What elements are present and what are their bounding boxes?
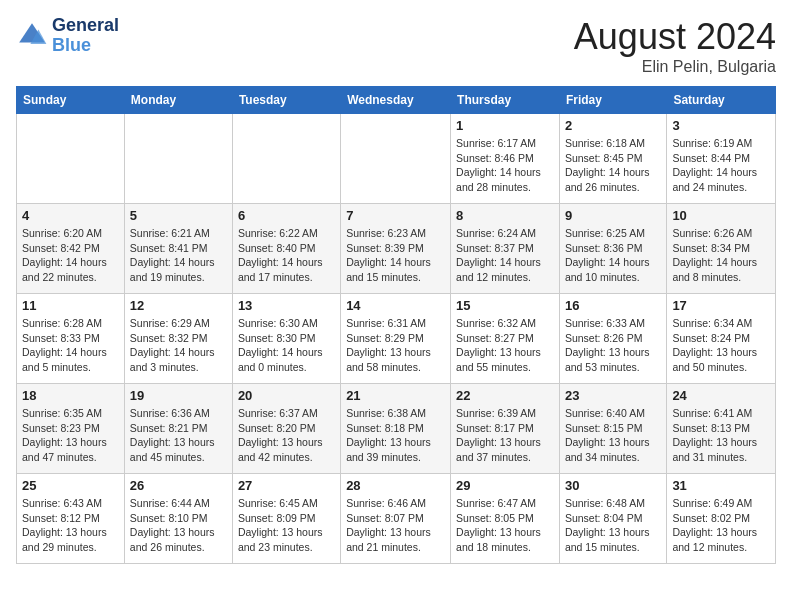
day-detail: Sunrise: 6:17 AM Sunset: 8:46 PM Dayligh…	[456, 136, 554, 195]
day-number: 2	[565, 118, 661, 133]
calendar-cell: 9Sunrise: 6:25 AM Sunset: 8:36 PM Daylig…	[559, 204, 666, 294]
day-detail: Sunrise: 6:19 AM Sunset: 8:44 PM Dayligh…	[672, 136, 770, 195]
logo: General Blue	[16, 16, 119, 56]
day-number: 29	[456, 478, 554, 493]
day-detail: Sunrise: 6:18 AM Sunset: 8:45 PM Dayligh…	[565, 136, 661, 195]
day-number: 13	[238, 298, 335, 313]
day-detail: Sunrise: 6:37 AM Sunset: 8:20 PM Dayligh…	[238, 406, 335, 465]
calendar-cell: 11Sunrise: 6:28 AM Sunset: 8:33 PM Dayli…	[17, 294, 125, 384]
day-number: 14	[346, 298, 445, 313]
day-detail: Sunrise: 6:47 AM Sunset: 8:05 PM Dayligh…	[456, 496, 554, 555]
calendar-cell: 21Sunrise: 6:38 AM Sunset: 8:18 PM Dayli…	[341, 384, 451, 474]
day-detail: Sunrise: 6:48 AM Sunset: 8:04 PM Dayligh…	[565, 496, 661, 555]
day-detail: Sunrise: 6:28 AM Sunset: 8:33 PM Dayligh…	[22, 316, 119, 375]
calendar-body: 1Sunrise: 6:17 AM Sunset: 8:46 PM Daylig…	[17, 114, 776, 564]
calendar-cell: 13Sunrise: 6:30 AM Sunset: 8:30 PM Dayli…	[232, 294, 340, 384]
day-number: 4	[22, 208, 119, 223]
day-number: 7	[346, 208, 445, 223]
day-detail: Sunrise: 6:49 AM Sunset: 8:02 PM Dayligh…	[672, 496, 770, 555]
day-number: 9	[565, 208, 661, 223]
day-detail: Sunrise: 6:20 AM Sunset: 8:42 PM Dayligh…	[22, 226, 119, 285]
calendar-cell: 25Sunrise: 6:43 AM Sunset: 8:12 PM Dayli…	[17, 474, 125, 564]
page-header: General Blue August 2024 Elin Pelin, Bul…	[16, 16, 776, 76]
calendar-week-row: 25Sunrise: 6:43 AM Sunset: 8:12 PM Dayli…	[17, 474, 776, 564]
title-block: August 2024 Elin Pelin, Bulgaria	[574, 16, 776, 76]
day-number: 31	[672, 478, 770, 493]
day-detail: Sunrise: 6:41 AM Sunset: 8:13 PM Dayligh…	[672, 406, 770, 465]
day-detail: Sunrise: 6:22 AM Sunset: 8:40 PM Dayligh…	[238, 226, 335, 285]
calendar-cell: 10Sunrise: 6:26 AM Sunset: 8:34 PM Dayli…	[667, 204, 776, 294]
calendar-cell: 5Sunrise: 6:21 AM Sunset: 8:41 PM Daylig…	[124, 204, 232, 294]
day-number: 8	[456, 208, 554, 223]
day-detail: Sunrise: 6:26 AM Sunset: 8:34 PM Dayligh…	[672, 226, 770, 285]
day-detail: Sunrise: 6:45 AM Sunset: 8:09 PM Dayligh…	[238, 496, 335, 555]
calendar-week-row: 11Sunrise: 6:28 AM Sunset: 8:33 PM Dayli…	[17, 294, 776, 384]
calendar-week-row: 1Sunrise: 6:17 AM Sunset: 8:46 PM Daylig…	[17, 114, 776, 204]
day-number: 20	[238, 388, 335, 403]
weekday-header-row: SundayMondayTuesdayWednesdayThursdayFrid…	[17, 87, 776, 114]
weekday-header-cell: Thursday	[451, 87, 560, 114]
weekday-header-cell: Friday	[559, 87, 666, 114]
day-detail: Sunrise: 6:23 AM Sunset: 8:39 PM Dayligh…	[346, 226, 445, 285]
calendar-cell	[124, 114, 232, 204]
calendar-cell: 4Sunrise: 6:20 AM Sunset: 8:42 PM Daylig…	[17, 204, 125, 294]
calendar-cell: 27Sunrise: 6:45 AM Sunset: 8:09 PM Dayli…	[232, 474, 340, 564]
day-detail: Sunrise: 6:25 AM Sunset: 8:36 PM Dayligh…	[565, 226, 661, 285]
calendar-cell: 30Sunrise: 6:48 AM Sunset: 8:04 PM Dayli…	[559, 474, 666, 564]
day-number: 23	[565, 388, 661, 403]
day-number: 17	[672, 298, 770, 313]
day-detail: Sunrise: 6:39 AM Sunset: 8:17 PM Dayligh…	[456, 406, 554, 465]
day-detail: Sunrise: 6:36 AM Sunset: 8:21 PM Dayligh…	[130, 406, 227, 465]
day-detail: Sunrise: 6:31 AM Sunset: 8:29 PM Dayligh…	[346, 316, 445, 375]
calendar-cell: 31Sunrise: 6:49 AM Sunset: 8:02 PM Dayli…	[667, 474, 776, 564]
weekday-header-cell: Saturday	[667, 87, 776, 114]
day-detail: Sunrise: 6:44 AM Sunset: 8:10 PM Dayligh…	[130, 496, 227, 555]
day-number: 26	[130, 478, 227, 493]
calendar-cell: 6Sunrise: 6:22 AM Sunset: 8:40 PM Daylig…	[232, 204, 340, 294]
month-title: August 2024	[574, 16, 776, 58]
calendar-cell: 26Sunrise: 6:44 AM Sunset: 8:10 PM Dayli…	[124, 474, 232, 564]
day-detail: Sunrise: 6:29 AM Sunset: 8:32 PM Dayligh…	[130, 316, 227, 375]
calendar-week-row: 4Sunrise: 6:20 AM Sunset: 8:42 PM Daylig…	[17, 204, 776, 294]
location-subtitle: Elin Pelin, Bulgaria	[574, 58, 776, 76]
day-number: 1	[456, 118, 554, 133]
day-number: 10	[672, 208, 770, 223]
calendar-cell: 22Sunrise: 6:39 AM Sunset: 8:17 PM Dayli…	[451, 384, 560, 474]
day-number: 6	[238, 208, 335, 223]
calendar-cell: 20Sunrise: 6:37 AM Sunset: 8:20 PM Dayli…	[232, 384, 340, 474]
weekday-header-cell: Sunday	[17, 87, 125, 114]
day-number: 16	[565, 298, 661, 313]
calendar-cell: 12Sunrise: 6:29 AM Sunset: 8:32 PM Dayli…	[124, 294, 232, 384]
day-detail: Sunrise: 6:24 AM Sunset: 8:37 PM Dayligh…	[456, 226, 554, 285]
calendar-week-row: 18Sunrise: 6:35 AM Sunset: 8:23 PM Dayli…	[17, 384, 776, 474]
calendar-cell: 2Sunrise: 6:18 AM Sunset: 8:45 PM Daylig…	[559, 114, 666, 204]
calendar-table: SundayMondayTuesdayWednesdayThursdayFrid…	[16, 86, 776, 564]
day-number: 15	[456, 298, 554, 313]
day-number: 28	[346, 478, 445, 493]
calendar-cell: 19Sunrise: 6:36 AM Sunset: 8:21 PM Dayli…	[124, 384, 232, 474]
calendar-cell: 17Sunrise: 6:34 AM Sunset: 8:24 PM Dayli…	[667, 294, 776, 384]
day-number: 19	[130, 388, 227, 403]
calendar-cell	[232, 114, 340, 204]
weekday-header-cell: Wednesday	[341, 87, 451, 114]
day-detail: Sunrise: 6:38 AM Sunset: 8:18 PM Dayligh…	[346, 406, 445, 465]
calendar-cell: 18Sunrise: 6:35 AM Sunset: 8:23 PM Dayli…	[17, 384, 125, 474]
weekday-header-cell: Tuesday	[232, 87, 340, 114]
day-number: 3	[672, 118, 770, 133]
day-detail: Sunrise: 6:21 AM Sunset: 8:41 PM Dayligh…	[130, 226, 227, 285]
day-detail: Sunrise: 6:30 AM Sunset: 8:30 PM Dayligh…	[238, 316, 335, 375]
calendar-cell	[17, 114, 125, 204]
calendar-cell: 15Sunrise: 6:32 AM Sunset: 8:27 PM Dayli…	[451, 294, 560, 384]
day-detail: Sunrise: 6:33 AM Sunset: 8:26 PM Dayligh…	[565, 316, 661, 375]
calendar-cell: 1Sunrise: 6:17 AM Sunset: 8:46 PM Daylig…	[451, 114, 560, 204]
day-detail: Sunrise: 6:34 AM Sunset: 8:24 PM Dayligh…	[672, 316, 770, 375]
day-detail: Sunrise: 6:32 AM Sunset: 8:27 PM Dayligh…	[456, 316, 554, 375]
calendar-cell	[341, 114, 451, 204]
calendar-cell: 7Sunrise: 6:23 AM Sunset: 8:39 PM Daylig…	[341, 204, 451, 294]
day-number: 5	[130, 208, 227, 223]
day-number: 12	[130, 298, 227, 313]
logo-text: General Blue	[52, 16, 119, 56]
calendar-cell: 16Sunrise: 6:33 AM Sunset: 8:26 PM Dayli…	[559, 294, 666, 384]
day-number: 21	[346, 388, 445, 403]
calendar-cell: 14Sunrise: 6:31 AM Sunset: 8:29 PM Dayli…	[341, 294, 451, 384]
